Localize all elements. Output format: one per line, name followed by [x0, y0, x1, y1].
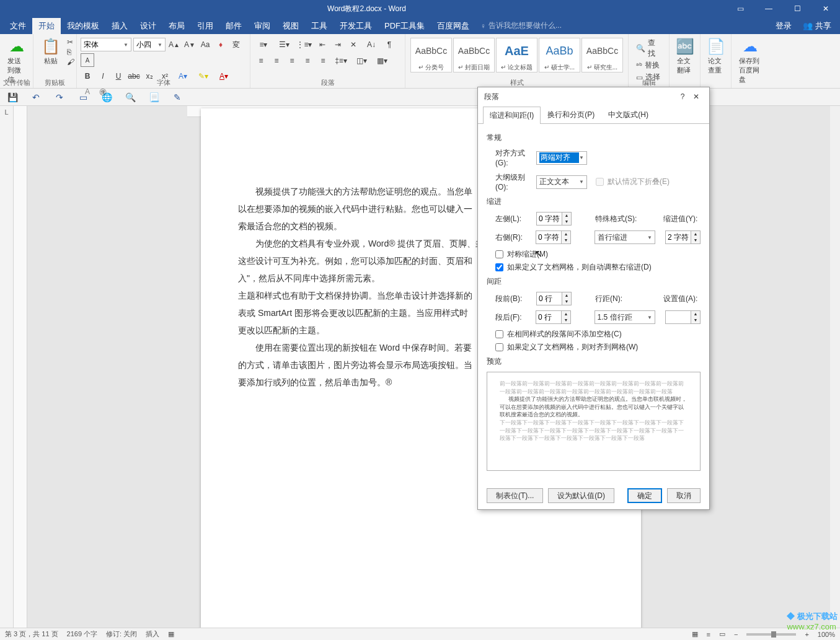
dialog-help-icon[interactable]: ?	[676, 90, 689, 103]
indent-right-spinner[interactable]: ▲▼	[536, 230, 571, 244]
style-item[interactable]: AaE↵ 论文标题	[496, 38, 537, 72]
view-print-icon[interactable]: ≡	[707, 631, 710, 638]
spin-up-icon[interactable]: ▲	[562, 213, 571, 219]
status-page[interactable]: 第 3 页，共 11 页	[5, 629, 58, 639]
menu-baidu[interactable]: 百度网盘	[431, 18, 475, 34]
menu-review[interactable]: 审阅	[248, 18, 276, 34]
vertical-scrollbar[interactable]	[830, 106, 840, 628]
tab-line-page-breaks[interactable]: 换行和分页(P)	[541, 106, 601, 123]
status-revision[interactable]: 修订: 关闭	[106, 629, 137, 639]
align-justify-icon[interactable]: ≡	[301, 54, 314, 68]
translate-full-button[interactable]: 🔤 全文翻译	[673, 35, 696, 76]
align-right-icon[interactable]: ≡	[285, 54, 299, 68]
style-item[interactable]: AaBb↵ 硕士学...	[539, 38, 580, 72]
menu-view[interactable]: 视图	[276, 18, 305, 34]
replace-button[interactable]: ᵃᵇ替换	[636, 60, 661, 71]
menu-developer[interactable]: 开发工具	[334, 18, 378, 34]
collapse-checkbox[interactable]: 默认情况下折叠(E)	[596, 177, 670, 187]
indent-left-spinner[interactable]: ▲▼	[536, 212, 572, 226]
ok-button[interactable]: 确定	[627, 488, 662, 503]
char-border-icon[interactable]: A	[81, 53, 94, 67]
set-default-button[interactable]: 设为默认值(D)	[548, 488, 614, 503]
tell-me-search[interactable]: ♀ 告诉我您想要做什么...	[475, 20, 562, 31]
outline-select[interactable]: 正文文本▼	[536, 175, 587, 189]
phonetic-guide-icon[interactable]: 変	[229, 38, 243, 51]
space-before-spinner[interactable]: ▲▼	[536, 292, 572, 305]
close-icon[interactable]: ✕	[811, 0, 840, 17]
spin-up-icon[interactable]: ▲	[562, 292, 571, 299]
auto-adjust-indent-checkbox[interactable]: 如果定义了文档网格，则自动调整右缩进(D)	[495, 262, 701, 273]
spin-down-icon[interactable]: ▼	[691, 237, 700, 243]
save-baidu-button[interactable]: ☁ 保存到百度网盘	[735, 35, 765, 85]
ltr-icon[interactable]: ✕	[347, 38, 360, 51]
zoom-out-icon[interactable]: −	[734, 631, 738, 638]
menu-templates[interactable]: 我的模板	[61, 18, 105, 34]
vertical-ruler[interactable]	[14, 106, 27, 628]
menu-layout[interactable]: 布局	[162, 18, 191, 34]
font-name-select[interactable]: 宋体▼	[81, 38, 131, 51]
maximize-icon[interactable]: ☐	[783, 0, 811, 17]
find-button[interactable]: 🔍查找	[636, 38, 661, 59]
style-item[interactable]: AaBbCc↵ 封面日期	[453, 38, 495, 72]
no-space-same-style-checkbox[interactable]: 在相同样式的段落间不添加空格(C)	[495, 329, 701, 340]
snap-grid-checkbox[interactable]: 如果定义了文档网格，则对齐到网格(W)	[495, 342, 701, 353]
menu-design[interactable]: 设计	[134, 18, 162, 34]
spin-down-icon[interactable]: ▼	[562, 317, 570, 323]
style-item[interactable]: AaBbCc↵ 分类号	[410, 38, 452, 72]
mirror-indent-checkbox[interactable]: 对称缩进(M)	[495, 249, 701, 260]
spin-down-icon[interactable]: ▼	[562, 219, 571, 225]
menu-file[interactable]: 文件	[4, 18, 32, 34]
redo-icon[interactable]: ↷	[53, 91, 66, 103]
multilevel-icon[interactable]: ⋮≡▾	[295, 38, 314, 51]
minimize-icon[interactable]: —	[754, 0, 783, 17]
tab-chinese-layout[interactable]: 中文版式(H)	[601, 106, 655, 123]
login-button[interactable]: 登录	[769, 18, 798, 34]
view-web-icon[interactable]: ▭	[719, 630, 725, 638]
spin-down-icon[interactable]: ▼	[562, 299, 571, 305]
bullets-icon[interactable]: ≡▾	[254, 38, 273, 51]
menu-tools[interactable]: 工具	[305, 18, 334, 34]
tabs-button[interactable]: 制表位(T)...	[487, 488, 543, 503]
menu-mailings[interactable]: 邮件	[219, 18, 248, 34]
paper-check-button[interactable]: 📄 论文查重	[704, 35, 727, 76]
styles-gallery[interactable]: AaBbCc↵ 分类号 AaBbCc↵ 封面日期 AaE↵ 论文标题 AaBb↵…	[409, 35, 624, 75]
zoom-in-icon[interactable]: +	[805, 631, 808, 638]
increase-indent-icon[interactable]: ⇥	[331, 38, 345, 51]
grow-font-icon[interactable]: A▲	[167, 38, 181, 51]
spin-up-icon[interactable]: ▲	[562, 311, 570, 317]
style-item[interactable]: AaBbCc↵ 研究生...	[581, 38, 623, 72]
space-after-spinner[interactable]: ▲▼	[536, 310, 571, 324]
status-words[interactable]: 2169 个字	[67, 629, 98, 639]
line-spacing-icon[interactable]: ‡≡▾	[332, 54, 350, 68]
shrink-font-icon[interactable]: A▼	[183, 38, 197, 51]
ribbon-display-icon[interactable]: ▭	[726, 0, 754, 17]
dialog-close-icon[interactable]: ✕	[689, 90, 703, 103]
numbering-icon[interactable]: ☰▾	[275, 38, 293, 51]
align-center-icon[interactable]: ≡	[270, 54, 283, 68]
align-left-icon[interactable]: ≡	[254, 54, 268, 68]
menu-pdf[interactable]: PDF工具集	[378, 18, 431, 34]
tab-indent-spacing[interactable]: 缩进和间距(I)	[483, 107, 541, 124]
status-insert[interactable]: 插入	[146, 629, 159, 639]
undo-icon[interactable]: ↶	[30, 91, 42, 103]
spin-down-icon[interactable]: ▼	[691, 317, 700, 323]
distribute-icon[interactable]: ≡	[316, 54, 330, 68]
line-spacing-select[interactable]: 1.5 倍行距▼	[595, 310, 655, 324]
indent-value-spinner[interactable]: ▲▼	[665, 230, 701, 244]
change-case-icon[interactable]: Aa	[198, 38, 212, 51]
menu-references[interactable]: 引用	[191, 18, 219, 34]
shading-icon[interactable]: ◫▾	[352, 54, 371, 68]
set-value-spinner[interactable]: ▲▼	[665, 310, 701, 324]
font-size-select[interactable]: 小四▼	[133, 38, 166, 51]
alignment-select[interactable]: 两端对齐▼	[536, 151, 587, 165]
macro-icon[interactable]: ▦	[168, 630, 174, 638]
clear-format-icon[interactable]: ♦	[214, 38, 228, 51]
view-read-icon[interactable]: ▦	[692, 630, 698, 638]
paste-button[interactable]: 📋 粘贴	[37, 35, 64, 67]
sort-icon[interactable]: A↓	[362, 38, 381, 51]
save-icon[interactable]: 💾	[6, 91, 19, 103]
spin-up-icon[interactable]: ▲	[691, 311, 700, 317]
spin-up-icon[interactable]: ▲	[691, 231, 700, 237]
cancel-button[interactable]: 取消	[667, 488, 701, 503]
zoom-level[interactable]: 100%	[818, 631, 835, 638]
